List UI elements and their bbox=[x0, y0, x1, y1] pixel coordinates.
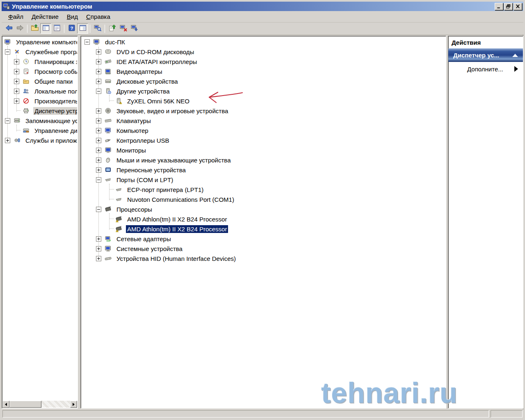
device-tree-item[interactable]: Контроллеры USB bbox=[81, 135, 445, 145]
scan-hardware-button[interactable] bbox=[129, 23, 140, 34]
tree-item-label[interactable]: Управление дисками bbox=[33, 127, 77, 135]
forward-button[interactable] bbox=[14, 23, 25, 34]
tree-item-label[interactable]: ECP-порт принтера (LPT1) bbox=[126, 186, 205, 194]
expander-toggle[interactable] bbox=[5, 138, 10, 143]
toggle-console-tree-button[interactable] bbox=[40, 23, 51, 34]
tree-item-label[interactable]: Служебные программы bbox=[24, 48, 77, 56]
tree-item-label[interactable]: Управление компьютером bbox=[15, 38, 77, 46]
expander-toggle[interactable] bbox=[96, 148, 101, 153]
tree-item-label[interactable]: Системные устройства bbox=[115, 245, 184, 253]
device-tree-item[interactable]: ECP-порт принтера (LPT1) bbox=[81, 185, 445, 194]
tree-item-label[interactable]: Дисковые устройства bbox=[115, 78, 179, 85]
tree-item-label[interactable]: Просмотр событий bbox=[33, 68, 77, 75]
left-tree-item[interactable]: Планировщик заданий bbox=[2, 57, 77, 66]
device-tree-item[interactable]: Устройства HID (Human Interface Devices) bbox=[81, 253, 445, 263]
expander-toggle[interactable] bbox=[96, 177, 101, 183]
expander-toggle[interactable] bbox=[96, 207, 101, 212]
menu-file[interactable]: Файл bbox=[4, 12, 27, 21]
toggle-action-pane-button[interactable] bbox=[77, 23, 88, 34]
device-tree-item[interactable]: Звуковые, видео и игровые устройства bbox=[81, 106, 445, 116]
expander-toggle[interactable] bbox=[96, 89, 101, 94]
update-driver-button[interactable] bbox=[107, 23, 118, 34]
left-tree-item[interactable]: Службы и приложения bbox=[2, 135, 77, 145]
device-tree-item[interactable]: Видеоадаптеры bbox=[81, 66, 445, 76]
horizontal-scrollbar[interactable] bbox=[2, 401, 77, 408]
menu-help[interactable]: Справка bbox=[82, 12, 114, 21]
tree-item-label[interactable]: Контроллеры USB bbox=[115, 137, 171, 144]
tree-item-label[interactable]: Планировщик заданий bbox=[33, 58, 77, 66]
expander-toggle[interactable] bbox=[96, 236, 101, 242]
device-tree-item[interactable]: duc-ПК bbox=[81, 37, 445, 47]
minimize-button[interactable] bbox=[495, 3, 503, 10]
left-tree-item[interactable]: Общие папки bbox=[2, 76, 77, 86]
expander-toggle[interactable] bbox=[5, 49, 10, 55]
tree-item-label[interactable]: DVD и CD-ROM дисководы bbox=[115, 48, 195, 56]
device-tree-item[interactable]: IDE ATA/ATAPI контроллеры bbox=[81, 57, 445, 66]
device-tree-item[interactable]: Мониторы bbox=[81, 145, 445, 155]
tree-item-label[interactable]: IDE ATA/ATAPI контроллеры bbox=[115, 58, 198, 66]
tree-item-label[interactable]: Устройства HID (Human Interface Devices) bbox=[115, 255, 237, 262]
left-tree-item[interactable]: Локальные пользователи и группы bbox=[2, 86, 77, 96]
device-tree-item[interactable]: Переносные устройства bbox=[81, 165, 445, 175]
device-tree-item[interactable]: DVD и CD-ROM дисководы bbox=[81, 47, 445, 57]
expander-toggle[interactable] bbox=[14, 79, 19, 84]
expander-toggle[interactable] bbox=[96, 128, 101, 133]
tree-item-label[interactable]: AMD Athlon(tm) II X2 B24 Processor bbox=[126, 225, 228, 233]
tree-item-label[interactable]: Видеоадаптеры bbox=[115, 68, 164, 75]
scrollbar-thumb[interactable] bbox=[9, 401, 41, 408]
device-tree-item[interactable]: ?Другие устройства bbox=[81, 86, 445, 96]
device-tree-item[interactable]: Nuvoton Communications Port (COM1) bbox=[81, 194, 445, 204]
device-tree-item[interactable]: Мыши и иные указывающие устройства bbox=[81, 155, 445, 165]
expander-toggle[interactable] bbox=[96, 59, 101, 64]
device-tree-item[interactable]: AMD Athlon(tm) II X2 B24 Processor bbox=[81, 214, 445, 224]
left-tree-item[interactable]: Управление дисками bbox=[2, 126, 77, 135]
device-tree-item[interactable]: AMD Athlon(tm) II X2 B24 Processor bbox=[81, 224, 445, 234]
expander-toggle[interactable] bbox=[96, 49, 101, 55]
expander-toggle[interactable] bbox=[96, 108, 101, 114]
expander-toggle[interactable] bbox=[84, 39, 90, 45]
expander-toggle[interactable] bbox=[14, 69, 19, 74]
up-level-button[interactable] bbox=[29, 23, 40, 34]
left-tree-item[interactable]: Просмотр событий bbox=[2, 66, 77, 76]
restore-button[interactable] bbox=[504, 3, 513, 10]
tree-item-label[interactable]: Общие папки bbox=[33, 78, 74, 85]
properties-button[interactable] bbox=[51, 23, 62, 34]
scroll-left-button[interactable] bbox=[2, 401, 9, 408]
expander-toggle[interactable] bbox=[96, 118, 101, 123]
help-button[interactable]: ? bbox=[66, 23, 77, 34]
more-actions-item[interactable]: Дополните... bbox=[448, 62, 523, 76]
device-tree-item[interactable]: Системные устройства bbox=[81, 244, 445, 253]
expander-toggle[interactable] bbox=[96, 138, 101, 143]
tree-item-label[interactable]: Службы и приложения bbox=[24, 137, 77, 144]
uninstall-device-button[interactable] bbox=[118, 23, 129, 34]
scrollbar-track[interactable] bbox=[41, 401, 70, 408]
left-tree-item[interactable]: Диспетчер устройств bbox=[2, 106, 77, 116]
tree-item-label[interactable]: AMD Athlon(tm) II X2 B24 Processor bbox=[126, 215, 228, 223]
tree-item-label[interactable]: Мониторы bbox=[115, 146, 147, 154]
expander-toggle[interactable] bbox=[5, 118, 10, 123]
tree-item-label[interactable]: Запоминающие устройства bbox=[24, 117, 77, 125]
tree-item-label[interactable]: Мыши и иные указывающие устройства bbox=[115, 156, 232, 164]
collapse-icon[interactable] bbox=[512, 54, 518, 57]
tree-item-label[interactable]: Порты (COM и LPT) bbox=[115, 176, 174, 184]
close-button[interactable] bbox=[514, 3, 522, 10]
tree-item-label[interactable]: Компьютер bbox=[115, 127, 150, 135]
left-tree-item[interactable]: Служебные программы bbox=[2, 47, 77, 57]
scroll-right-button[interactable] bbox=[70, 401, 77, 408]
back-button[interactable] bbox=[3, 23, 14, 34]
tree-item-label[interactable]: Процессоры bbox=[115, 205, 153, 213]
tree-item-label[interactable]: Клавиатуры bbox=[115, 117, 152, 125]
expander-toggle[interactable] bbox=[14, 89, 19, 94]
device-tree-item[interactable]: ZyXEL Omni 56K NEO bbox=[81, 96, 445, 106]
left-tree-item[interactable]: Запоминающие устройства bbox=[2, 116, 77, 126]
actions-section-header[interactable]: Диспетчер ус... bbox=[448, 48, 523, 62]
device-tree-item[interactable]: Клавиатуры bbox=[81, 116, 445, 126]
left-tree-item[interactable]: Производительность bbox=[2, 96, 77, 106]
left-tree-item[interactable]: Управление компьютером bbox=[2, 37, 77, 47]
tree-item-label[interactable]: Nuvoton Communications Port (COM1) bbox=[126, 196, 235, 203]
tree-item-label[interactable]: Локальные пользователи и группы bbox=[33, 87, 77, 95]
tree-item-label[interactable]: Переносные устройства bbox=[115, 166, 187, 174]
expander-toggle[interactable] bbox=[96, 158, 101, 163]
tree-item-label[interactable]: Другие устройства bbox=[115, 87, 171, 95]
device-tree-item[interactable]: Дисковые устройства bbox=[81, 76, 445, 86]
